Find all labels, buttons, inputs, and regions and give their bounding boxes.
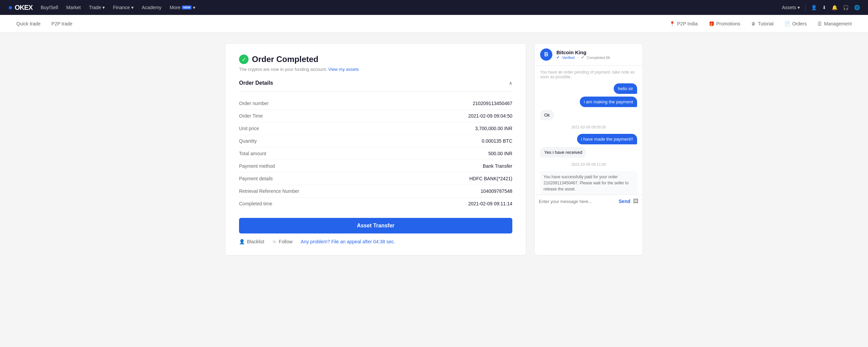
chat-system-info: You have successfully paid for your orde…: [540, 171, 637, 195]
row-label: Unit price: [239, 126, 259, 131]
subnav-p2p-india[interactable]: 📍 P2P India: [669, 21, 697, 26]
row-label: Total amount: [239, 151, 266, 156]
chat-header: B Bitcoin King ✔ Verified · ✔ Completed …: [535, 44, 643, 66]
order-rows-container: Order number210209113450467Order Time202…: [239, 97, 512, 210]
row-label: Payment details: [239, 176, 273, 181]
chat-input-row: Send 🖼: [535, 195, 643, 208]
chat-timestamp: 2021-02-09 09:09:35: [540, 125, 637, 129]
subnav-management[interactable]: ☰ Management: [817, 21, 852, 26]
send-button[interactable]: Send: [619, 199, 630, 204]
headset-icon[interactable]: 🎧: [843, 5, 849, 10]
chat-system-message: You have an order pending of payment, ta…: [540, 70, 637, 79]
promotions-icon: 🎁: [709, 21, 714, 26]
download-icon[interactable]: ⬇: [822, 5, 826, 10]
table-row: Payment methodBank Transfer: [239, 160, 512, 172]
row-label: Quantity: [239, 138, 257, 144]
orders-icon: 📄: [784, 21, 790, 26]
row-value: 500.00 INR: [488, 151, 512, 156]
nav-finance[interactable]: Finance ▾: [113, 5, 134, 10]
order-subtitle: The cryptos are now in your funding acco…: [239, 67, 512, 72]
chat-message-received: Ok: [540, 110, 554, 120]
action-row: 👤 Blacklist ☆ Follow Any problem? File a…: [239, 239, 512, 244]
nav-market[interactable]: Market: [66, 5, 81, 10]
main-content: ✓ Order Completed The cryptos are now in…: [217, 33, 651, 266]
row-label: Retrieval Reference Number: [239, 188, 299, 194]
table-row: Total amount500.00 INR: [239, 147, 512, 160]
row-label: Order number: [239, 101, 269, 106]
profile-icon[interactable]: 👤: [811, 5, 817, 10]
nav-buy-sell[interactable]: Buy/Sell: [41, 5, 58, 10]
subnav-quick-trade[interactable]: Quick trade: [16, 21, 41, 26]
row-value: 210209113450467: [473, 101, 512, 106]
chat-messages: You have an order pending of payment, ta…: [535, 66, 643, 195]
order-details-section-header: Order Details ∧: [239, 80, 512, 92]
row-label: Completed time: [239, 201, 272, 206]
asset-transfer-button[interactable]: Asset Transfer: [239, 218, 512, 233]
nav-more[interactable]: More NEW ▾: [170, 5, 195, 10]
top-navbar: ● OKEX Buy/Sell Market Trade ▾ Finance ▾…: [0, 0, 868, 15]
row-label: Order Time: [239, 113, 263, 119]
chat-input[interactable]: [539, 199, 616, 204]
subnav-orders[interactable]: 📄 Orders: [784, 21, 807, 26]
subnav-tutorial[interactable]: 🖥 Tutorial: [751, 21, 773, 26]
nav-academy[interactable]: Academy: [142, 5, 161, 10]
collapse-icon[interactable]: ∧: [509, 80, 512, 86]
logo[interactable]: ● OKEX: [8, 3, 33, 12]
separator: ·: [577, 56, 578, 60]
table-row: Payment detailsHDFC BANK(*2421): [239, 172, 512, 185]
row-value: HDFC BANK(*2421): [469, 176, 512, 181]
order-completed-header: ✓ Order Completed: [239, 55, 512, 64]
row-value: 3,700,000.00 INR: [475, 126, 512, 131]
management-icon: ☰: [817, 21, 822, 26]
subnav-promotions[interactable]: 🎁 Promotions: [709, 21, 741, 26]
order-details-title: Order Details: [239, 80, 273, 86]
chat-message-sent: hello sir: [614, 83, 637, 94]
chevron-down-icon: ▾: [797, 5, 800, 10]
nav-assets[interactable]: Assets ▾: [782, 5, 800, 10]
row-value: Bank Transfer: [483, 163, 512, 169]
chat-user-info: Bitcoin King ✔ Verified · ✔ Completed 66: [556, 49, 610, 60]
chat-message-sent: i have made the payment!!: [577, 134, 637, 144]
chevron-down-icon: ▾: [102, 5, 105, 10]
attach-image-button[interactable]: 🖼: [633, 198, 638, 204]
nav-trade[interactable]: Trade ▾: [89, 5, 105, 10]
bell-icon[interactable]: 🔔: [832, 5, 837, 10]
row-value: 2021-02-09 09:11:14: [468, 201, 512, 206]
verified-icon: ✔: [556, 55, 559, 60]
view-assets-link[interactable]: View my assets: [328, 67, 359, 72]
completed-badge: Completed 66: [587, 56, 610, 60]
chevron-down-icon: ▾: [131, 5, 134, 10]
table-row: Unit price3,700,000.00 INR: [239, 122, 512, 135]
order-panel: ✓ Order Completed The cryptos are now in…: [225, 43, 526, 256]
chat-message-sent: i am making the payment: [580, 97, 637, 107]
blacklist-icon: 👤: [239, 239, 245, 244]
completed-icon: ✔: [581, 55, 584, 60]
logo-icon: ●: [8, 3, 13, 12]
chat-user-meta: ✔ Verified · ✔ Completed 66: [556, 55, 610, 60]
globe-icon[interactable]: 🌐: [854, 5, 860, 10]
chat-timestamp: 2021-02-09 09:11:00: [540, 162, 637, 166]
subnav-p2p-trade[interactable]: P2P trade: [52, 21, 73, 26]
table-row: Quantity0.000135 BTC: [239, 135, 512, 147]
verified-badge: Verified: [562, 56, 575, 60]
chat-message-received: Yes i have received: [540, 147, 586, 158]
chat-user-name: Bitcoin King: [556, 49, 610, 55]
table-row: Completed time2021-02-09 09:11:14: [239, 198, 512, 210]
p2p-india-icon: 📍: [669, 21, 675, 26]
row-value: 104009787548: [481, 188, 512, 194]
table-row: Order number210209113450467: [239, 97, 512, 110]
table-row: Order Time2021-02-09 09:04:50: [239, 110, 512, 122]
sub-navbar: Quick trade P2P trade 📍 P2P India 🎁 Prom…: [0, 15, 868, 33]
new-badge: NEW: [182, 5, 192, 9]
appeal-link[interactable]: Any problem? File an appeal after 04:38 …: [301, 239, 395, 244]
order-completed-title: Order Completed: [252, 55, 318, 64]
chevron-down-icon: ▾: [193, 5, 195, 10]
table-row: Retrieval Reference Number104009787548: [239, 185, 512, 198]
row-value: 0.000135 BTC: [482, 138, 512, 144]
blacklist-button[interactable]: 👤 Blacklist: [239, 239, 264, 244]
row-label: Payment method: [239, 163, 275, 169]
logo-text: OKEX: [15, 4, 33, 12]
row-value: 2021-02-09 09:04:50: [468, 113, 512, 119]
follow-button[interactable]: ☆ Follow: [272, 239, 292, 244]
avatar: B: [540, 48, 552, 61]
